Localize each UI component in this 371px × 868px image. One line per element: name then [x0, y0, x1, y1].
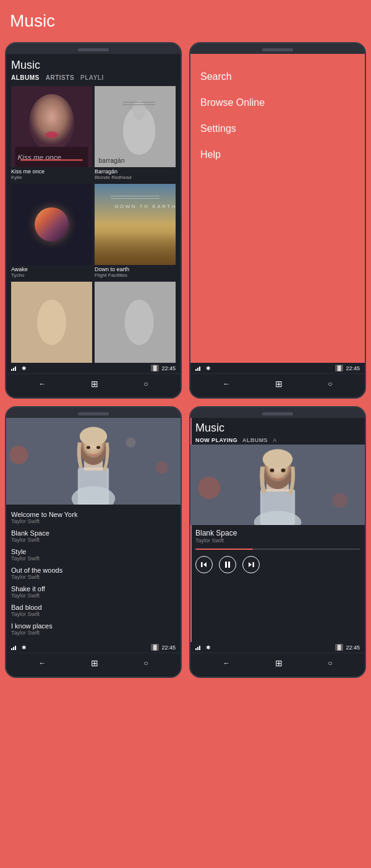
music-app-1: Music ALBUMS ARTISTS PLAYLI — [6, 54, 181, 363]
albums-grid: Kiss me once Kiss me once Kylie — [11, 86, 176, 363]
prev-button[interactable] — [195, 556, 213, 573]
song-blood[interactable]: Bad blood Taylor Swift — [11, 601, 176, 620]
prev-icon — [200, 561, 208, 568]
song-welcome[interactable]: Welcome to New York Taylor Swift — [11, 508, 176, 527]
song-artist-woods: Taylor Swift — [11, 574, 176, 580]
svg-rect-29 — [199, 367, 200, 371]
svg-rect-61 — [253, 562, 255, 567]
artist-banner — [6, 418, 181, 505]
back-button-4[interactable]: ← — [223, 659, 230, 667]
svg-marker-60 — [249, 562, 252, 567]
svg-point-40 — [87, 446, 90, 449]
np-song-artist: Taylor Swift — [195, 537, 360, 544]
np-album-art — [190, 445, 365, 525]
song-style[interactable]: Style Taylor Swift — [11, 545, 176, 564]
phone-3-nav[interactable]: ← ⊞ ○ — [6, 653, 181, 673]
tab-bar-1[interactable]: ALBUMS ARTISTS PLAYLI — [11, 74, 176, 81]
phone-2-nav[interactable]: ← ⊞ ○ — [190, 373, 365, 394]
phone-1-bottom: ✱ ▓ 22:45 ← ⊞ ○ — [6, 363, 181, 397]
svg-rect-49 — [260, 489, 295, 525]
song-list-screen: Welcome to New York Taylor Swift Blank S… — [6, 418, 181, 642]
home-button-4[interactable]: ⊞ — [275, 658, 283, 668]
search-button-4[interactable]: ○ — [328, 659, 332, 667]
album-partial2 — [95, 282, 176, 363]
album-info-barragan: Barragán Blonde Redhead — [95, 167, 176, 181]
svg-point-55 — [281, 469, 286, 472]
tab-artists[interactable]: ARTISTS — [46, 74, 74, 81]
song-artist-welcome: Taylor Swift — [11, 518, 176, 524]
back-button-3[interactable]: ← — [38, 659, 46, 667]
progress-track[interactable] — [195, 549, 360, 550]
song-blank[interactable]: Blank Space Taylor Swift — [11, 527, 176, 545]
song-artist-places: Taylor Swift — [11, 630, 176, 636]
song-title-welcome: Welcome to New York — [11, 511, 176, 518]
status-left-1: ✱ — [11, 365, 27, 371]
album-kylie[interactable]: Kiss me once Kiss me once Kylie — [11, 86, 92, 181]
svg-point-46 — [198, 477, 220, 499]
np-header: Music NOW PLAYING ALBUMS A — [190, 418, 365, 445]
phone-3-bottom: ✱ ▓ 22:45 ← ⊞ ○ — [6, 642, 181, 677]
artist-photo — [6, 418, 181, 505]
np-tabs[interactable]: NOW PLAYING ALBUMS A — [195, 437, 360, 443]
np-tab-nowplaying[interactable]: NOW PLAYING — [195, 437, 237, 443]
home-button-2[interactable]: ⊞ — [275, 379, 283, 389]
phone-4-nav[interactable]: ← ⊞ ○ — [190, 653, 365, 673]
menu-item-search[interactable]: Search — [200, 66, 355, 87]
battery-2: ▓ — [335, 365, 344, 371]
album-name-kylie: Kiss me once — [11, 168, 92, 175]
status-time-1: 22:45 — [161, 365, 176, 371]
album-downearth[interactable]: DOWN TO EARTH Down to earth Flight Facil… — [95, 184, 176, 279]
album-awake[interactable]: Awake Tycho — [11, 184, 92, 279]
menu-item-browse[interactable]: Browse Online — [200, 92, 355, 113]
tab-playlist[interactable]: PLAYLI — [80, 74, 104, 81]
album-artist-downearth: Flight Facilities — [95, 272, 176, 278]
search-button-2[interactable]: ○ — [328, 380, 332, 388]
status-left-4: ✱ — [195, 644, 211, 651]
phone-1-screen: Music ALBUMS ARTISTS PLAYLI — [6, 54, 181, 363]
song-shake[interactable]: Shake it off Taylor Swift — [11, 583, 176, 601]
np-tab-a[interactable]: A — [273, 437, 277, 443]
svg-rect-28 — [197, 368, 198, 371]
song-places[interactable]: I know places Taylor Swift — [11, 620, 176, 638]
menu-item-settings[interactable]: Settings — [200, 118, 355, 139]
svg-rect-19 — [11, 369, 12, 371]
search-button-3[interactable]: ○ — [143, 659, 148, 667]
home-button-3[interactable]: ⊞ — [91, 658, 98, 668]
svg-rect-43 — [13, 647, 14, 650]
next-button[interactable] — [242, 556, 260, 573]
progress-bar-container[interactable] — [190, 546, 365, 552]
song-title-blood: Bad blood — [11, 604, 176, 611]
pause-button[interactable] — [219, 556, 236, 573]
signal-icon-2 — [195, 366, 204, 371]
svg-rect-64 — [199, 646, 200, 650]
album-barragan[interactable]: barragán Barragán Blonde Redhead — [95, 86, 176, 181]
back-button-2[interactable]: ← — [223, 380, 230, 388]
back-button-1[interactable]: ← — [38, 380, 46, 388]
menu-item-help[interactable]: Help — [200, 144, 355, 165]
song-woods[interactable]: Out of the woods Taylor Swift — [11, 564, 176, 583]
phone-1-nav[interactable]: ← ⊞ ○ — [6, 373, 181, 394]
phone-4-screen: Music NOW PLAYING ALBUMS A — [190, 418, 365, 642]
phone-4-status: ✱ ▓ 22:45 — [190, 642, 365, 653]
song-title-style: Style — [11, 548, 176, 555]
svg-point-1 — [29, 94, 74, 151]
search-button-1[interactable]: ○ — [143, 380, 148, 388]
svg-marker-56 — [203, 562, 207, 567]
np-tab-albums[interactable]: ALBUMS — [242, 437, 268, 443]
np-song-info: Blank Space Taylor Swift — [190, 525, 365, 546]
svg-text:barragán: barragán — [99, 157, 125, 164]
phone-2-bottom: ✱ ▓ 22:45 ← ⊞ ○ — [190, 363, 365, 397]
svg-rect-44 — [15, 646, 16, 650]
phone-2-speaker — [262, 48, 293, 51]
bluetooth-icon-2: ✱ — [206, 365, 211, 371]
home-button-1[interactable]: ⊞ — [91, 379, 98, 389]
album-cover-downearth: DOWN TO EARTH — [95, 184, 176, 265]
tab-albums[interactable]: ALBUMS — [11, 74, 40, 81]
album-cover-awake — [11, 184, 92, 265]
svg-text:DOWN TO EARTH: DOWN TO EARTH — [115, 204, 176, 209]
phone-2: STS PLAYLIST Barragán Blonde Redhead — [189, 42, 366, 399]
album-name-awake: Awake — [11, 266, 92, 272]
phone-4: Music NOW PLAYING ALBUMS A — [189, 406, 366, 678]
phone-3: Welcome to New York Taylor Swift Blank S… — [5, 406, 182, 678]
album-artist-awake: Tycho — [11, 272, 92, 278]
